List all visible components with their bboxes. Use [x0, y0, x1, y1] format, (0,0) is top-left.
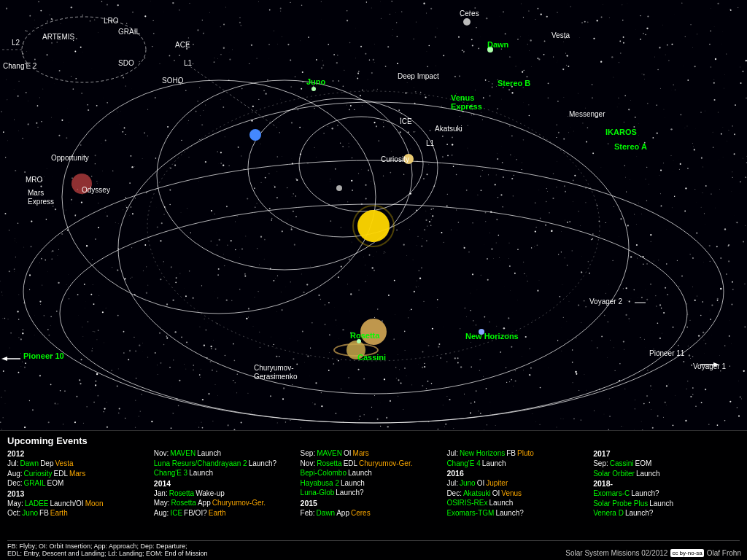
events-col-3: Sep: MAVEN OI Mars Nov: Rosetta EDL Chur… — [301, 448, 447, 538]
diagram-title: Solar System Missions 02/2012 — [565, 549, 667, 557]
events-col-5: 2017 Sep: Cassini EOM Solar Orbiter Laun… — [593, 448, 740, 538]
events-col-4: Jul: New Horizons FB Pluto Chang'E 4 Lau… — [446, 448, 593, 538]
events-col-1: 2012 Jul: Dawn Dep Vesta Aug: Curiosity … — [7, 448, 154, 538]
events-grid: 2012 Jul: Dawn Dep Vesta Aug: Curiosity … — [7, 448, 740, 538]
events-col-2: Nov: MAVEN Launch Luna Resurs/Chandrayaa… — [154, 448, 301, 538]
credit-line: Solar System Missions 02/2012 cc by-no-s… — [565, 549, 741, 557]
cc-badge: cc by-no-sa — [670, 549, 703, 557]
info-panel: Upcoming Events 2012 Jul: Dawn Dep Vesta… — [0, 430, 747, 560]
author-name: Olaf Frohn — [707, 549, 741, 557]
upcoming-events-title: Upcoming Events — [7, 435, 740, 446]
